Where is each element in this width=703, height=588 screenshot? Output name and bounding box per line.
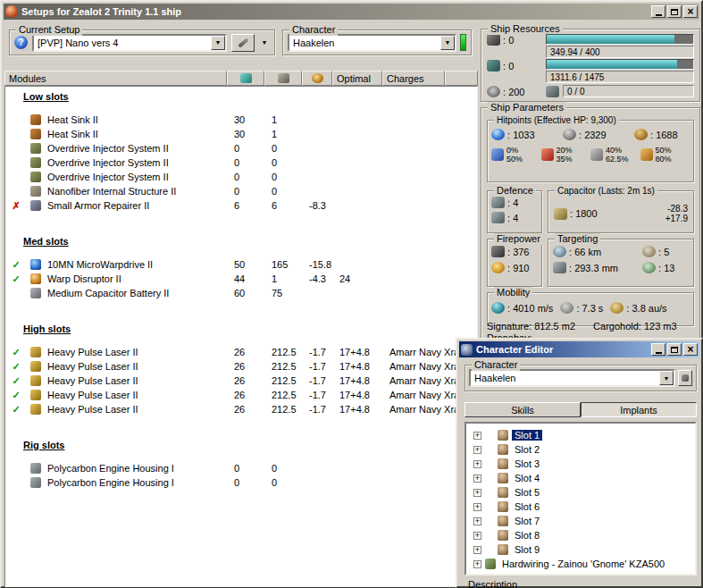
chevron-down-icon[interactable] <box>440 36 455 50</box>
module-cpu: 26 <box>230 404 268 415</box>
section-rows: ✓ Heavy Pulse Laser II 26 212.5 -1.7 17+… <box>5 345 477 416</box>
modules-column-header[interactable]: Modules <box>4 71 227 86</box>
targeting-range: 66 km <box>553 246 642 257</box>
tab-implants[interactable]: Implants <box>581 402 697 417</box>
expand-plus-icon[interactable] <box>473 446 481 454</box>
nanofiber-icon <box>30 186 41 197</box>
setup-tools-dropdown[interactable] <box>259 34 270 52</box>
module-row[interactable]: Heat Sink II 30 1 <box>5 127 477 141</box>
module-row[interactable]: Polycarbon Engine Housing I 0 0 <box>5 475 477 490</box>
tree-item[interactable]: Slot 2 <box>466 442 695 457</box>
charges-column-header[interactable]: Charges <box>382 71 445 86</box>
mwd-icon <box>30 259 41 270</box>
tree-item[interactable]: Slot 1 <box>466 428 695 442</box>
cpu-column-header[interactable] <box>227 71 264 86</box>
defence-icon <box>491 212 505 223</box>
tree-item[interactable]: Slot 6 <box>466 500 695 514</box>
setup-combobox[interactable]: [PVP] Nano vers 4 <box>32 34 227 52</box>
module-cpu: 26 <box>230 361 268 372</box>
capacitor-column-header[interactable] <box>302 71 332 86</box>
module-cpu: 30 <box>230 129 268 139</box>
expand-plus-icon[interactable] <box>473 560 481 568</box>
module-row[interactable]: ✓ Heavy Pulse Laser II 26 212.5 -1.7 17+… <box>5 388 477 402</box>
overdrive-icon <box>30 157 41 168</box>
setup-tools-button[interactable] <box>231 34 255 52</box>
maximize-button[interactable] <box>667 343 682 356</box>
tree-item[interactable]: Hardwiring - Zainou 'Gnome' KZA500 <box>466 557 695 571</box>
expand-plus-icon[interactable] <box>473 546 481 554</box>
editor-character-combobox[interactable]: Haakelen <box>469 369 675 387</box>
pulse-laser-icon <box>30 347 41 357</box>
character-group: Character Haakelen <box>282 29 472 55</box>
module-row[interactable]: ✓ Heavy Pulse Laser II 26 212.5 -1.7 17+… <box>5 374 477 388</box>
module-name: Warp Disruptor II <box>45 273 230 284</box>
help-icon[interactable]: ? <box>14 36 28 49</box>
expand-plus-icon[interactable] <box>473 475 481 483</box>
chevron-down-icon[interactable] <box>211 36 225 50</box>
expand-plus-icon[interactable] <box>473 503 481 511</box>
minimize-button[interactable] <box>651 343 665 356</box>
character-options-icon <box>682 374 689 382</box>
module-row[interactable]: Overdrive Injector System II 0 0 <box>5 155 477 170</box>
character-options-button[interactable] <box>678 370 692 386</box>
module-row[interactable]: ✓ Heavy Pulse Laser II 26 212.5 -1.7 17+… <box>5 402 477 416</box>
module-row[interactable]: Nanofiber Internal Structure II 0 0 <box>5 184 477 198</box>
section-title: Med slots <box>5 236 477 247</box>
chevron-down-icon[interactable] <box>659 371 674 385</box>
pulse-laser-icon <box>30 404 41 415</box>
expand-plus-icon[interactable] <box>473 517 481 525</box>
main-titlebar[interactable]: Setups for Zealot 2 Trinity 1.1 ship <box>4 4 699 20</box>
shield-resist-value: 50% <box>656 146 672 155</box>
optimal-column-header[interactable]: Optimal <box>332 71 382 86</box>
module-row[interactable]: ✓ Heavy Pulse Laser II 26 212.5 -1.7 17+… <box>5 345 477 359</box>
maximize-icon <box>671 347 678 353</box>
module-row[interactable]: ✓ Heavy Pulse Laser II 26 212.5 -1.7 17+… <box>5 359 477 374</box>
module-cap-use: -1.7 <box>305 404 336 415</box>
tree-item[interactable]: Slot 3 <box>466 457 695 471</box>
thermal-resist-icon <box>541 148 554 161</box>
module-row[interactable]: Polycarbon Engine Housing I 0 0 <box>5 461 477 475</box>
shield-resist-value: 40% <box>606 146 629 155</box>
module-row[interactable]: Medium Capacitor Battery II 60 75 <box>5 286 477 300</box>
implant-slot-icon <box>498 487 508 498</box>
close-button[interactable] <box>683 5 698 18</box>
tree-item[interactable]: Slot 9 <box>466 542 695 557</box>
expand-plus-icon[interactable] <box>473 432 481 440</box>
maximize-button[interactable] <box>667 5 682 18</box>
expand-plus-icon[interactable] <box>473 460 481 468</box>
tab-skills[interactable]: Skills <box>464 402 581 417</box>
modules-table-header: Modules Optimal Charges <box>4 71 478 86</box>
expand-plus-icon[interactable] <box>473 532 481 540</box>
armor-resist-value: 35% <box>557 155 573 164</box>
minimize-button[interactable] <box>651 5 665 18</box>
expand-plus-icon[interactable] <box>473 489 481 497</box>
section-rows: Heat Sink II 30 1 Heat Sink II 30 1 Over… <box>5 113 477 213</box>
tree-item[interactable]: Slot 7 <box>466 514 695 528</box>
module-row[interactable]: Overdrive Injector System II 0 0 <box>5 170 477 184</box>
close-button[interactable] <box>683 343 698 356</box>
module-cap-use: -4.3 <box>305 273 336 284</box>
character-editor-icon <box>461 344 473 356</box>
powergrid-column-header[interactable] <box>264 71 302 86</box>
heatsink-icon <box>30 129 41 139</box>
module-name: Heavy Pulse Laser II <box>45 390 230 400</box>
shield-hp: 1033 <box>491 129 559 140</box>
character-editor-titlebar[interactable]: Character Editor <box>459 341 699 357</box>
sensor-strength-icon <box>642 262 656 273</box>
module-row[interactable]: Overdrive Injector System II 0 0 <box>5 141 477 155</box>
module-name: Heavy Pulse Laser II <box>45 347 230 357</box>
targeting-group: Targeting 66 km 5 293.3 mm 13 <box>548 239 694 287</box>
character-editor-window: Character Editor Character Haakelen Skil… <box>456 338 703 588</box>
module-row[interactable]: Heat Sink II 30 1 <box>5 113 477 127</box>
calibration: 200 <box>487 86 539 97</box>
module-cpu: 50 <box>230 259 268 270</box>
module-row[interactable]: ✓ Warp Disruptor II 44 1 -4.3 24 <box>5 272 477 286</box>
tree-item[interactable]: Slot 8 <box>466 528 695 542</box>
module-row[interactable]: ✓ 10MN MicroWarpdrive II 50 165 -15.8 <box>5 257 477 272</box>
tree-item[interactable]: Slot 4 <box>466 471 695 485</box>
module-row[interactable]: ✗ Small Armor Repairer II 6 6 -8.3 <box>5 198 477 213</box>
module-cpu: 0 <box>230 172 268 182</box>
tree-item[interactable]: Slot 5 <box>466 485 695 500</box>
character-combobox[interactable]: Haakelen <box>288 34 456 52</box>
module-cpu: 44 <box>230 273 268 284</box>
